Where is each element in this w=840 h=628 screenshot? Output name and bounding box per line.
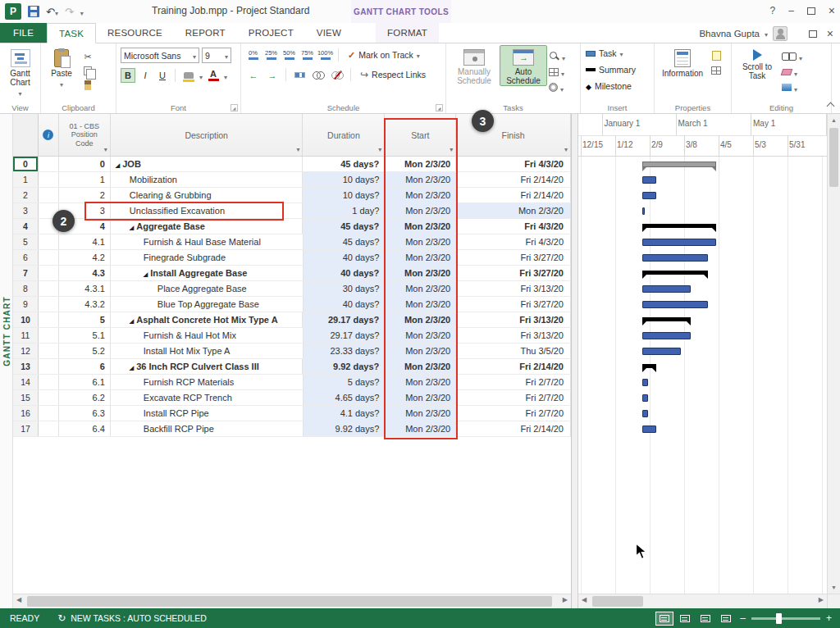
scroll-up-icon[interactable] [828, 114, 840, 126]
start-cell[interactable]: Mon 2/3/20 [385, 359, 456, 374]
duration-cell[interactable]: 4.65 days? [304, 390, 386, 405]
duration-cell[interactable]: 45 days? [303, 157, 385, 171]
finish-cell[interactable]: Fri 2/7/20 [456, 406, 571, 421]
finish-cell[interactable]: Fri 3/13/20 [456, 312, 571, 327]
duration-cell[interactable]: 45 days? [303, 219, 385, 234]
outdent-task-button[interactable] [245, 67, 262, 82]
column-filter-caret-icon[interactable] [296, 143, 299, 153]
indicator-cell[interactable] [39, 219, 59, 234]
scroll-down-icon[interactable] [828, 581, 840, 594]
finish-cell[interactable]: Fri 2/7/20 [456, 390, 571, 405]
cbs-code-cell[interactable]: 4.3 [59, 266, 111, 280]
indicator-cell[interactable] [39, 421, 59, 436]
indicator-cell[interactable] [39, 390, 59, 405]
collapse-triangle-icon[interactable] [144, 268, 148, 278]
cbs-code-column-header[interactable]: 01 - CBS Position Code [59, 114, 111, 156]
cbs-code-cell[interactable]: 4.3.1 [59, 281, 111, 296]
finish-cell[interactable]: Fri 3/27/20 [456, 250, 571, 265]
indicator-column-header[interactable] [39, 114, 59, 156]
task-name-cell[interactable]: Furnish & Haul Hot Mix [111, 328, 304, 343]
zoom-slider-thumb[interactable] [776, 613, 782, 624]
task-details-button[interactable] [708, 63, 724, 78]
finish-cell[interactable]: Fri 3/13/20 [456, 281, 571, 296]
table-row[interactable]: 54.1Furnish & Haul Base Material45 days?… [13, 234, 571, 250]
link-tasks-button[interactable] [310, 67, 326, 82]
row-number-cell[interactable]: 9 [13, 297, 39, 312]
gantt-bar-project[interactable] [642, 162, 716, 167]
table-row[interactable]: 84.3.1Place Aggregate Base30 days?Mon 2/… [13, 281, 571, 297]
italic-button[interactable]: I [138, 68, 153, 83]
collapse-triangle-icon[interactable] [130, 315, 134, 325]
font-dialog-launcher[interactable] [231, 104, 238, 111]
gantt-bar-task[interactable] [642, 239, 716, 246]
scroll-left-icon[interactable] [16, 596, 21, 603]
underline-button[interactable]: U [155, 68, 170, 83]
duration-cell[interactable]: 10 days? [303, 172, 385, 187]
cbs-code-cell[interactable]: 5.2 [59, 344, 111, 358]
duration-cell[interactable]: 9.92 days? [304, 421, 386, 436]
cbs-code-cell[interactable]: 6.3 [59, 406, 111, 421]
start-cell[interactable]: Mon 2/3/20 [385, 234, 456, 249]
collapse-triangle-icon[interactable] [130, 221, 134, 231]
indicator-cell[interactable] [39, 188, 59, 203]
finish-cell[interactable]: Fri 4/3/20 [456, 219, 571, 234]
table-row[interactable]: 125.2Install Hot Mix Type A23.33 days?Mo… [13, 344, 571, 359]
finish-cell[interactable]: Mon 2/3/20 [456, 203, 571, 218]
cbs-code-cell[interactable]: 4 [59, 219, 111, 234]
row-number-cell[interactable]: 6 [13, 250, 39, 265]
percent-25-button[interactable]: 25% [263, 48, 279, 62]
row-number-cell[interactable]: 12 [13, 344, 39, 358]
indicator-cell[interactable] [39, 234, 59, 249]
start-cell[interactable]: Mon 2/3/20 [385, 281, 456, 296]
save-icon[interactable] [28, 6, 39, 17]
table-row[interactable]: 146.1Furnish RCP Materials5 days?Mon 2/3… [13, 375, 571, 390]
table-row[interactable]: 11Mobilization10 days?Mon 2/3/20Fri 2/14… [13, 172, 571, 188]
table-row[interactable]: 22Clearing & Grubbing10 days?Mon 2/3/20F… [13, 188, 571, 203]
gantt-bar-summary[interactable] [642, 317, 691, 321]
gantt-chart-view-icon[interactable] [655, 612, 673, 626]
row-number-cell[interactable]: 7 [13, 266, 39, 280]
mark-on-track-button[interactable]: Mark on Track [344, 48, 424, 62]
gantt-bar-summary[interactable] [642, 364, 656, 368]
row-number-cell[interactable]: 10 [13, 312, 39, 327]
help-button[interactable] [769, 5, 775, 16]
gantt-bar-task[interactable] [642, 348, 681, 355]
table-row[interactable]: 115.1Furnish & Haul Hot Mix29.17 days?Mo… [13, 328, 571, 344]
restore-button[interactable] [807, 7, 815, 15]
row-number-cell[interactable]: 11 [13, 328, 39, 343]
undo-button[interactable] [46, 4, 58, 19]
row-number-cell[interactable]: 3 [13, 203, 39, 218]
finish-column-header[interactable]: Finish [456, 114, 571, 156]
row-number-cell[interactable]: 17 [13, 421, 39, 436]
background-color-button[interactable] [180, 68, 197, 83]
start-cell[interactable]: Mon 2/3/20 [385, 157, 456, 171]
duration-cell[interactable]: 45 days? [304, 234, 386, 249]
task-name-cell[interactable]: Excavate RCP Trench [111, 390, 304, 405]
row-number-cell[interactable]: 4 [13, 219, 39, 234]
collapse-triangle-icon[interactable] [130, 362, 134, 371]
indicator-cell[interactable] [39, 297, 59, 312]
chart-horizontal-scrollbar[interactable] [578, 594, 827, 608]
task-name-cell[interactable]: JOB [111, 157, 304, 171]
scrollbar-thumb[interactable] [592, 596, 643, 607]
task-notes-button[interactable] [708, 48, 724, 63]
indicator-cell[interactable] [39, 375, 59, 389]
tab-format[interactable]: FORMAT [376, 23, 439, 43]
gantt-bar-task[interactable] [642, 192, 656, 199]
start-cell[interactable]: Mon 2/3/20 [385, 312, 456, 327]
collapse-triangle-icon[interactable] [116, 159, 120, 169]
cbs-code-cell[interactable]: 6.4 [59, 421, 111, 436]
task-name-cell[interactable]: Furnish & Haul Base Material [111, 234, 304, 249]
task-name-cell[interactable]: Unclassified Excavation [111, 203, 304, 218]
indicator-cell[interactable] [39, 328, 59, 343]
start-cell[interactable]: Mon 2/3/20 [385, 188, 456, 203]
table-row[interactable]: 33Unclassified Excavation1 day?Mon 2/3/2… [13, 203, 571, 219]
tab-task[interactable]: TASK [47, 23, 96, 43]
cbs-code-cell[interactable]: 0 [59, 157, 111, 171]
auto-schedule-button[interactable]: Auto Schedule [500, 45, 547, 86]
finish-cell[interactable]: Fri 2/7/20 [456, 375, 571, 389]
task-name-cell[interactable]: Furnish RCP Materials [111, 375, 304, 389]
start-cell[interactable]: Mon 2/3/20 [385, 297, 456, 312]
scrollbar-thumb[interactable] [27, 596, 552, 607]
zoom-out-button[interactable] [740, 612, 746, 624]
